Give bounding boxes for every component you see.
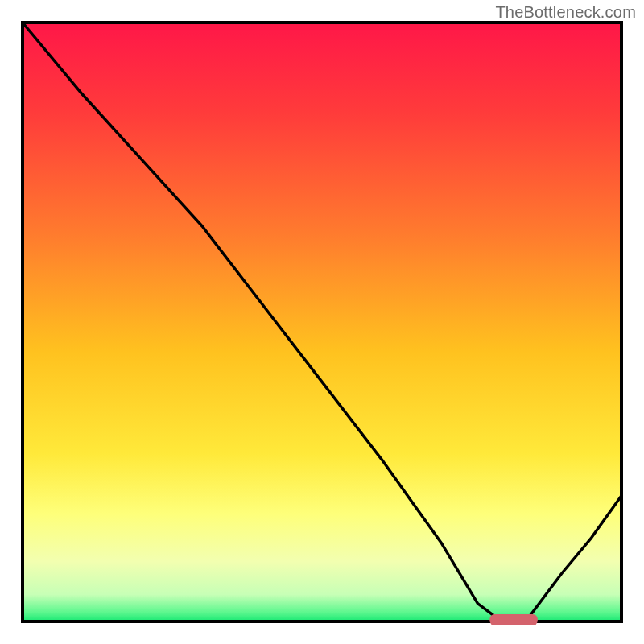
plot-area [23,23,621,625]
optimal-range-marker [489,614,538,625]
plot-background [23,23,621,621]
bottleneck-chart [0,0,644,644]
watermark-text: TheBottleneck.com [495,3,636,22]
chart-container: { "watermark": "TheBottleneck.com", "col… [0,0,644,644]
